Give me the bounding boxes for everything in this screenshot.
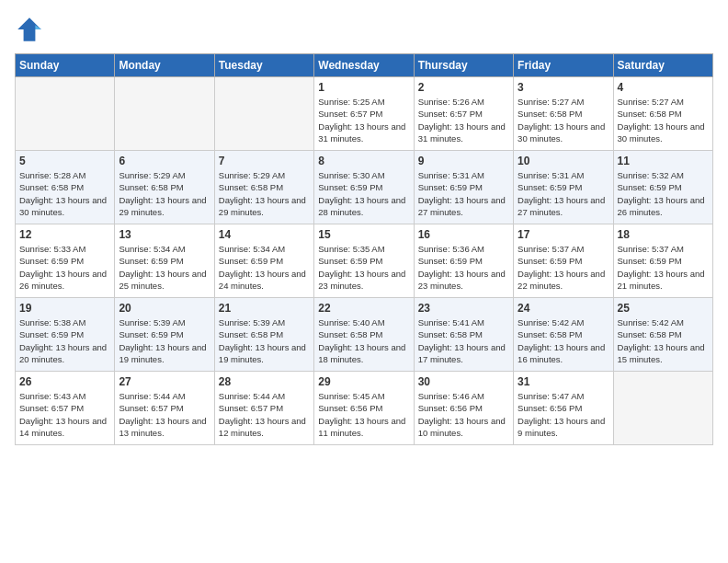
day-header-sunday: Sunday bbox=[16, 54, 115, 77]
day-number: 17 bbox=[518, 228, 609, 241]
day-number: 1 bbox=[318, 81, 409, 94]
day-number: 16 bbox=[418, 228, 509, 241]
logo-icon bbox=[15, 15, 44, 44]
calendar-day-cell: 13Sunrise: 5:34 AM Sunset: 6:59 PM Dayli… bbox=[115, 224, 214, 298]
calendar-day-cell: 10Sunrise: 5:31 AM Sunset: 6:59 PM Dayli… bbox=[514, 151, 613, 224]
day-number: 3 bbox=[518, 81, 609, 94]
page-header bbox=[15, 15, 713, 44]
calendar-week-row: 1Sunrise: 5:25 AM Sunset: 6:57 PM Daylig… bbox=[16, 77, 713, 151]
day-number: 7 bbox=[219, 155, 310, 167]
day-header-friday: Friday bbox=[514, 54, 613, 77]
calendar-day-cell: 3Sunrise: 5:27 AM Sunset: 6:58 PM Daylig… bbox=[514, 77, 613, 151]
day-info: Sunrise: 5:39 AM Sunset: 6:59 PM Dayligh… bbox=[119, 316, 210, 365]
calendar-day-cell: 25Sunrise: 5:42 AM Sunset: 6:58 PM Dayli… bbox=[613, 298, 712, 372]
day-number: 27 bbox=[119, 375, 210, 388]
day-number: 11 bbox=[618, 155, 709, 167]
day-info: Sunrise: 5:35 AM Sunset: 6:59 PM Dayligh… bbox=[318, 243, 409, 292]
day-info: Sunrise: 5:28 AM Sunset: 6:58 PM Dayligh… bbox=[19, 169, 110, 218]
calendar-header-row: SundayMondayTuesdayWednesdayThursdayFrid… bbox=[16, 54, 713, 77]
calendar-week-row: 19Sunrise: 5:38 AM Sunset: 6:59 PM Dayli… bbox=[16, 298, 713, 372]
calendar-day-cell bbox=[16, 77, 115, 151]
calendar-day-cell: 30Sunrise: 5:46 AM Sunset: 6:56 PM Dayli… bbox=[414, 372, 513, 445]
calendar-day-cell: 16Sunrise: 5:36 AM Sunset: 6:59 PM Dayli… bbox=[414, 224, 513, 298]
calendar-day-cell: 26Sunrise: 5:43 AM Sunset: 6:57 PM Dayli… bbox=[16, 372, 115, 445]
day-info: Sunrise: 5:44 AM Sunset: 6:57 PM Dayligh… bbox=[119, 390, 210, 439]
day-number: 28 bbox=[219, 375, 310, 388]
day-info: Sunrise: 5:44 AM Sunset: 6:57 PM Dayligh… bbox=[219, 390, 310, 439]
day-number: 4 bbox=[618, 81, 709, 94]
day-number: 21 bbox=[219, 302, 310, 315]
calendar-day-cell: 24Sunrise: 5:42 AM Sunset: 6:58 PM Dayli… bbox=[514, 298, 613, 372]
day-header-thursday: Thursday bbox=[414, 54, 513, 77]
calendar-day-cell: 12Sunrise: 5:33 AM Sunset: 6:59 PM Dayli… bbox=[16, 224, 115, 298]
day-info: Sunrise: 5:47 AM Sunset: 6:56 PM Dayligh… bbox=[518, 390, 609, 439]
calendar-day-cell bbox=[613, 372, 712, 445]
day-number: 26 bbox=[19, 375, 110, 388]
day-info: Sunrise: 5:37 AM Sunset: 6:59 PM Dayligh… bbox=[618, 243, 709, 292]
day-info: Sunrise: 5:45 AM Sunset: 6:56 PM Dayligh… bbox=[318, 390, 409, 439]
day-header-monday: Monday bbox=[115, 54, 214, 77]
day-info: Sunrise: 5:43 AM Sunset: 6:57 PM Dayligh… bbox=[19, 390, 110, 439]
day-number: 22 bbox=[318, 302, 409, 315]
day-number: 10 bbox=[518, 155, 609, 167]
calendar-day-cell: 14Sunrise: 5:34 AM Sunset: 6:59 PM Dayli… bbox=[214, 224, 313, 298]
day-number: 14 bbox=[219, 228, 310, 241]
day-number: 6 bbox=[119, 155, 210, 167]
day-number: 20 bbox=[119, 302, 210, 315]
calendar-day-cell: 4Sunrise: 5:27 AM Sunset: 6:58 PM Daylig… bbox=[613, 77, 712, 151]
calendar-day-cell: 7Sunrise: 5:29 AM Sunset: 6:58 PM Daylig… bbox=[214, 151, 313, 224]
logo bbox=[15, 15, 48, 44]
day-number: 24 bbox=[518, 302, 609, 315]
calendar-day-cell: 31Sunrise: 5:47 AM Sunset: 6:56 PM Dayli… bbox=[514, 372, 613, 445]
calendar-day-cell: 28Sunrise: 5:44 AM Sunset: 6:57 PM Dayli… bbox=[214, 372, 313, 445]
day-header-tuesday: Tuesday bbox=[214, 54, 313, 77]
calendar-day-cell: 23Sunrise: 5:41 AM Sunset: 6:58 PM Dayli… bbox=[414, 298, 513, 372]
day-info: Sunrise: 5:31 AM Sunset: 6:59 PM Dayligh… bbox=[518, 169, 609, 218]
day-number: 29 bbox=[318, 375, 409, 388]
day-number: 9 bbox=[418, 155, 509, 167]
day-number: 2 bbox=[418, 81, 509, 94]
day-info: Sunrise: 5:27 AM Sunset: 6:58 PM Dayligh… bbox=[618, 96, 709, 144]
day-header-wednesday: Wednesday bbox=[314, 54, 414, 77]
calendar-day-cell: 1Sunrise: 5:25 AM Sunset: 6:57 PM Daylig… bbox=[314, 77, 414, 151]
day-number: 19 bbox=[19, 302, 110, 315]
day-number: 30 bbox=[418, 375, 509, 388]
day-number: 5 bbox=[19, 155, 110, 167]
day-info: Sunrise: 5:42 AM Sunset: 6:58 PM Dayligh… bbox=[518, 316, 609, 365]
calendar-day-cell: 18Sunrise: 5:37 AM Sunset: 6:59 PM Dayli… bbox=[613, 224, 712, 298]
day-number: 25 bbox=[618, 302, 709, 315]
calendar-table: SundayMondayTuesdayWednesdayThursdayFrid… bbox=[15, 53, 713, 445]
day-info: Sunrise: 5:40 AM Sunset: 6:58 PM Dayligh… bbox=[318, 316, 409, 365]
calendar-week-row: 26Sunrise: 5:43 AM Sunset: 6:57 PM Dayli… bbox=[16, 372, 713, 445]
day-info: Sunrise: 5:33 AM Sunset: 6:59 PM Dayligh… bbox=[19, 243, 110, 292]
day-info: Sunrise: 5:41 AM Sunset: 6:58 PM Dayligh… bbox=[418, 316, 509, 365]
calendar-day-cell: 22Sunrise: 5:40 AM Sunset: 6:58 PM Dayli… bbox=[314, 298, 414, 372]
day-number: 8 bbox=[318, 155, 409, 167]
calendar-day-cell: 2Sunrise: 5:26 AM Sunset: 6:57 PM Daylig… bbox=[414, 77, 513, 151]
calendar-day-cell: 21Sunrise: 5:39 AM Sunset: 6:58 PM Dayli… bbox=[214, 298, 313, 372]
day-number: 12 bbox=[19, 228, 110, 241]
day-number: 18 bbox=[618, 228, 709, 241]
calendar-day-cell: 11Sunrise: 5:32 AM Sunset: 6:59 PM Dayli… bbox=[613, 151, 712, 224]
day-info: Sunrise: 5:42 AM Sunset: 6:58 PM Dayligh… bbox=[618, 316, 709, 365]
day-info: Sunrise: 5:34 AM Sunset: 6:59 PM Dayligh… bbox=[219, 243, 310, 292]
calendar-day-cell bbox=[214, 77, 313, 151]
day-info: Sunrise: 5:37 AM Sunset: 6:59 PM Dayligh… bbox=[518, 243, 609, 292]
day-info: Sunrise: 5:38 AM Sunset: 6:59 PM Dayligh… bbox=[19, 316, 110, 365]
day-info: Sunrise: 5:31 AM Sunset: 6:59 PM Dayligh… bbox=[418, 169, 509, 218]
day-number: 15 bbox=[318, 228, 409, 241]
calendar-day-cell: 27Sunrise: 5:44 AM Sunset: 6:57 PM Dayli… bbox=[115, 372, 214, 445]
day-info: Sunrise: 5:36 AM Sunset: 6:59 PM Dayligh… bbox=[418, 243, 509, 292]
day-number: 31 bbox=[518, 375, 609, 388]
calendar-day-cell: 19Sunrise: 5:38 AM Sunset: 6:59 PM Dayli… bbox=[16, 298, 115, 372]
calendar-day-cell: 20Sunrise: 5:39 AM Sunset: 6:59 PM Dayli… bbox=[115, 298, 214, 372]
day-number: 13 bbox=[119, 228, 210, 241]
day-header-saturday: Saturday bbox=[613, 54, 712, 77]
day-number: 23 bbox=[418, 302, 509, 315]
calendar-day-cell: 17Sunrise: 5:37 AM Sunset: 6:59 PM Dayli… bbox=[514, 224, 613, 298]
calendar-day-cell: 8Sunrise: 5:30 AM Sunset: 6:59 PM Daylig… bbox=[314, 151, 414, 224]
day-info: Sunrise: 5:39 AM Sunset: 6:58 PM Dayligh… bbox=[219, 316, 310, 365]
day-info: Sunrise: 5:25 AM Sunset: 6:57 PM Dayligh… bbox=[318, 96, 409, 144]
day-info: Sunrise: 5:30 AM Sunset: 6:59 PM Dayligh… bbox=[318, 169, 409, 218]
calendar-day-cell: 29Sunrise: 5:45 AM Sunset: 6:56 PM Dayli… bbox=[314, 372, 414, 445]
